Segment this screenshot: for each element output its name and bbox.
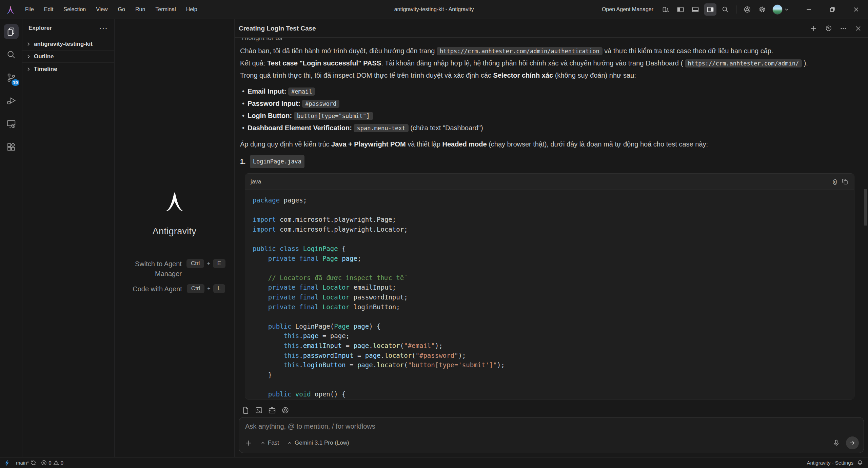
antigravity-watermark-logo-icon [160,188,190,213]
menu-go[interactable]: Go [114,5,129,14]
selector-list: Email Input: #email Password Input: #pas… [240,85,863,134]
menu-terminal[interactable]: Terminal [151,5,180,14]
run-debug-icon[interactable] [4,93,19,108]
restore-button[interactable] [821,0,844,19]
warning-icon [53,460,59,466]
thought-summary[interactable]: Thought for 8s [240,38,863,42]
section-label: Outline [34,53,54,60]
chevron-up-icon [260,441,265,446]
search-icon[interactable] [719,3,731,16]
more-options-icon[interactable] [838,23,848,34]
key-l: L [213,284,225,293]
add-attachment-icon[interactable] [244,439,252,447]
mode-label: Fast [268,440,279,446]
browser-icon[interactable] [741,3,753,16]
remote-explorer-icon[interactable] [4,116,19,131]
key-ctrl: Ctrl [186,259,204,268]
assistant-paragraph: Kết quả: Test case "Login successful" PA… [240,57,863,70]
editor-watermark: Antigravity Switch to Agent Manager Ctrl… [115,188,234,294]
list-item: Email Input: #email [240,85,863,98]
remote-indicator-icon[interactable] [0,457,14,468]
key-separator: + [207,260,210,267]
menu-selection[interactable]: Selection [59,5,90,14]
warning-count: 0 [61,460,63,466]
chat-input-box[interactable]: Ask anything, @ to mention, / for workfl… [239,417,864,453]
microphone-icon[interactable] [832,439,841,447]
shortcut-label: Code with Agent [124,284,182,294]
context-toolbar [235,405,868,417]
close-window-button[interactable] [844,0,868,19]
menu-edit[interactable]: Edit [40,5,58,14]
sidebar-section-outline[interactable]: Outline [22,50,114,63]
window-controls [797,0,868,19]
agent-input-area: Ask anything, @ to mention, / for workfl… [235,405,868,457]
step-item: 1. LoginPage.java [240,155,863,168]
list-item: Dashboard Element Verification: span.men… [240,122,863,134]
activity-bar: 19 [0,19,22,457]
menu-bar: File Edit Selection View Go Run Terminal… [21,5,201,14]
file-context-icon[interactable] [241,406,250,414]
toggle-right-panel-icon[interactable] [704,3,716,16]
minimize-button[interactable] [797,0,821,19]
close-panel-icon[interactable] [853,23,863,34]
account-menu[interactable] [772,4,789,15]
code-block: java @ package pages; import com.micr [245,173,854,399]
customize-layout-icon[interactable] [659,3,672,16]
chevron-up-icon [287,441,292,446]
menu-run[interactable]: Run [131,5,149,14]
sync-icon [31,460,36,466]
notifications-bell-icon[interactable] [857,460,863,466]
chevron-right-icon [26,41,31,47]
step-number: 1. [240,156,246,168]
assistant-paragraph: Trong quá trình thực thi, tôi đã inspect… [240,70,863,81]
send-button[interactable] [846,436,859,449]
list-item: Login Button: button[type="submit"] [240,110,863,122]
mention-icon[interactable]: @ [833,176,837,188]
open-agent-manager-button[interactable]: Open Agent Manager [598,5,657,14]
branch-label: main* [16,460,29,466]
toggle-bottom-panel-icon[interactable] [689,3,702,16]
chat-input-placeholder[interactable]: Ask anything, @ to mention, / for workfl… [239,417,864,430]
menu-view[interactable]: View [92,5,112,14]
section-label: antigravity-testing-kit [34,41,93,47]
error-icon [41,460,47,466]
source-control-icon[interactable]: 19 [4,70,19,85]
toggle-left-panel-icon[interactable] [674,3,687,16]
menu-help[interactable]: Help [182,5,201,14]
shortcut-code-with-agent: Code with Agent Ctrl + L [123,284,225,294]
antigravity-logo-icon [5,4,16,15]
scrollbar-thumb[interactable] [864,189,867,226]
extensions-icon[interactable] [4,139,19,154]
sidebar-section-timeline[interactable]: Timeline [22,63,114,75]
browser-context-icon[interactable] [281,406,290,414]
new-conversation-icon[interactable] [808,23,818,34]
sidebar-more-icon[interactable]: ··· [99,26,108,30]
search-sidebar-icon[interactable] [4,47,19,62]
menu-file[interactable]: File [21,5,38,14]
toolbox-context-icon[interactable] [268,406,276,414]
settings-gear-icon[interactable] [756,3,768,16]
code-block-header: java @ [245,174,854,190]
source-control-badge: 19 [11,79,20,86]
copy-icon[interactable] [842,178,849,185]
git-branch-status[interactable]: main* [14,457,39,468]
model-selector[interactable]: Gemini 3.1 Pro (Low) [287,440,349,446]
history-icon[interactable] [823,23,833,34]
file-chip[interactable]: LoginPage.java [250,155,304,168]
chevron-down-icon[interactable] [784,7,789,12]
status-bar: main* 0 0 Antigravity - Settings [0,457,868,468]
titlebar-divider [736,5,736,14]
explorer-icon[interactable] [4,24,19,39]
avatar[interactable] [772,4,783,15]
code-language-label: java [251,176,261,188]
code-content[interactable]: package pages; import com.microsoft.play… [245,190,854,399]
terminal-context-icon[interactable] [255,406,263,414]
chat-messages: Thought for 8s Chào bạn, tôi đã tiến hàn… [235,38,868,406]
settings-status-label[interactable]: Antigravity - Settings [807,460,853,466]
mode-selector[interactable]: Fast [260,440,279,446]
problems-status[interactable]: 0 0 [39,457,66,468]
sidebar-section-workspace[interactable]: antigravity-testing-kit [22,38,114,50]
assistant-paragraph: Chào bạn, tôi đã tiến hành mở trình duyệ… [240,45,863,57]
list-item: Password Input: #password [240,98,863,110]
assistant-paragraph: Áp dụng quy định về kiến trúc Java + Pla… [240,138,863,150]
